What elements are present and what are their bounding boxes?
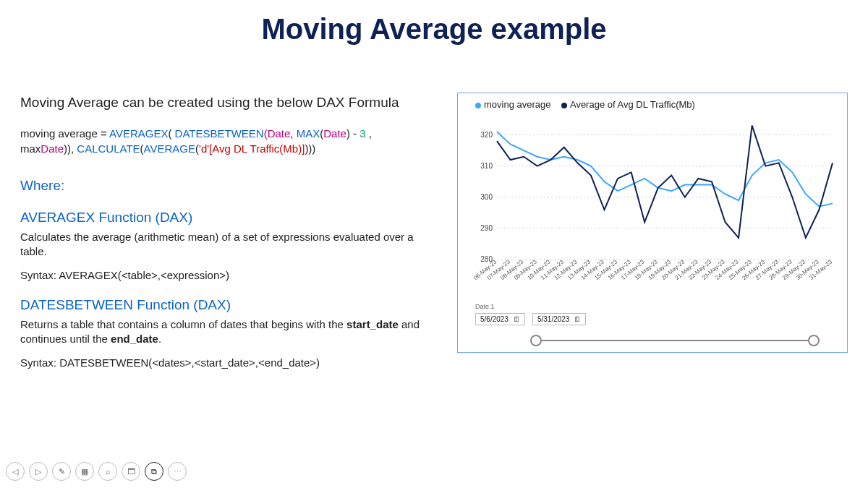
left-column: Moving Average can be created using the … bbox=[20, 93, 425, 385]
fn-datesbetween-syntax: Syntax: DATESBETWEEN(<dates>,<start_date… bbox=[20, 356, 425, 369]
fn-averagex-desc: Calculates the average (arithmetic mean)… bbox=[20, 230, 425, 259]
fn-datesbetween-desc: Returns a table that contains a column o… bbox=[20, 317, 425, 346]
date-to-input[interactable]: 5/31/2023🗓 bbox=[532, 313, 587, 325]
svg-text:320: 320 bbox=[480, 131, 493, 139]
presentation-toolbar: ◁ ▷ ✎ ▦ ⌕ 🗔 ⧉ ⋯ bbox=[6, 462, 187, 481]
svg-text:300: 300 bbox=[480, 193, 493, 201]
pen-button[interactable]: ✎ bbox=[52, 462, 71, 481]
chart-panel: moving average Average of Avg DL Traffic… bbox=[457, 93, 848, 353]
chart-plot: 28029030031032006-May-2307-May-2308-May-… bbox=[475, 115, 837, 281]
svg-text:290: 290 bbox=[480, 224, 493, 232]
date-range-slider[interactable] bbox=[530, 335, 820, 346]
calendar-icon: 🗓 bbox=[513, 315, 520, 323]
date-axis-label: Date.1 bbox=[475, 303, 495, 310]
calendar-icon: 🗓 bbox=[574, 315, 581, 323]
legend-dot-a bbox=[475, 103, 481, 108]
date-from-input[interactable]: 5/6/2023🗓 bbox=[475, 313, 525, 325]
next-slide-button[interactable]: ▷ bbox=[29, 462, 48, 481]
chart-legend: moving average Average of Avg DL Traffic… bbox=[475, 99, 695, 110]
grid-button[interactable]: ▦ bbox=[75, 462, 94, 481]
subtitle-button[interactable]: 🗔 bbox=[122, 462, 140, 481]
more-button[interactable]: ⋯ bbox=[168, 462, 187, 481]
dax-formula: moving average = AVERAGEX( DATESBETWEEN(… bbox=[20, 126, 425, 156]
fn-averagex-syntax: Syntax: AVERAGEX(<table>,<expression>) bbox=[20, 269, 425, 281]
zoom-button[interactable]: ⌕ bbox=[98, 462, 117, 481]
prev-slide-button[interactable]: ◁ bbox=[6, 462, 25, 481]
svg-text:310: 310 bbox=[480, 162, 493, 170]
intro-text: Moving Average can be created using the … bbox=[20, 93, 425, 113]
camera-button[interactable]: ⧉ bbox=[145, 462, 163, 481]
fn-datesbetween-title: DATESBETWEEN Function (DAX) bbox=[20, 297, 425, 313]
where-heading: Where: bbox=[20, 178, 425, 194]
legend-label-b: Average of Avg DL Traffic(Mb) bbox=[570, 99, 695, 110]
legend-dot-b bbox=[561, 103, 567, 108]
legend-label-a: moving average bbox=[484, 99, 551, 110]
page-title: Moving Average example bbox=[0, 13, 868, 46]
fn-averagex-title: AVERAGEX Function (DAX) bbox=[20, 210, 425, 226]
date-range-control: 5/6/2023🗓 5/31/2023🗓 bbox=[475, 313, 586, 325]
